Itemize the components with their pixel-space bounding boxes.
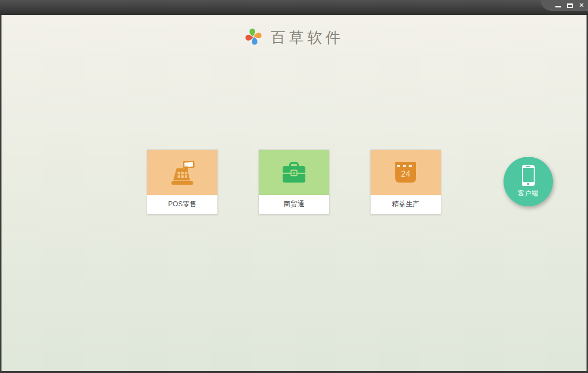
card-label: 精益生产 xyxy=(371,195,441,214)
app-title: 百草软件 xyxy=(271,28,344,48)
cash-register-icon xyxy=(147,150,217,195)
calendar-day-number: 24 xyxy=(401,169,411,179)
client-button-label: 客户端 xyxy=(518,189,539,198)
minimize-button[interactable] xyxy=(554,2,561,9)
titlebar[interactable]: ✕ xyxy=(0,0,588,15)
pinwheel-logo-icon xyxy=(244,27,263,48)
close-icon: ✕ xyxy=(579,2,585,9)
window-controls: ✕ xyxy=(554,0,585,11)
phone-home-button xyxy=(527,183,529,185)
card-label: 商贸通 xyxy=(259,195,329,214)
card-trade[interactable]: 商贸通 xyxy=(258,149,330,214)
card-label: POS零售 xyxy=(147,195,217,214)
card-pos-retail[interactable]: POS零售 xyxy=(147,149,218,214)
card-lean-production[interactable]: 24 精益生产 xyxy=(370,149,441,214)
smartphone-icon xyxy=(522,165,535,186)
calendar-icon: 24 xyxy=(371,150,441,195)
product-cards: POS零售 商贸通 xyxy=(1,149,587,214)
app-window: ✕ 百草软件 xyxy=(0,0,588,373)
brand-header: 百草软件 xyxy=(1,27,587,48)
main-content: 百草软件 xyxy=(1,15,587,371)
briefcase-icon xyxy=(259,150,329,195)
client-button[interactable]: 客户端 xyxy=(504,157,553,206)
maximize-button[interactable] xyxy=(566,2,573,9)
phone-speaker-slot xyxy=(526,166,530,167)
minimize-icon xyxy=(555,6,561,7)
maximize-icon xyxy=(567,3,573,8)
close-button[interactable]: ✕ xyxy=(578,2,585,9)
